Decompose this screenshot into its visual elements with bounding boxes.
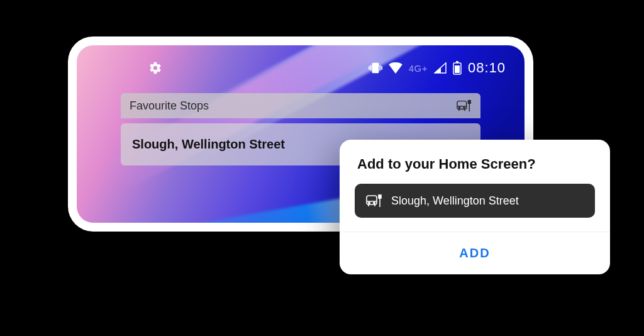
bus-stop-icon: [366, 193, 382, 208]
battery-icon: [453, 61, 462, 75]
svg-rect-10: [468, 101, 470, 104]
svg-point-5: [459, 107, 460, 108]
network-label: 4G+: [409, 63, 428, 74]
dialog-widget-preview: Slough, Wellington Street: [355, 184, 595, 218]
signal-icon: [434, 62, 447, 74]
svg-point-13: [369, 202, 370, 203]
widget-header: Favourite Stops: [121, 93, 480, 118]
svg-point-6: [464, 107, 465, 108]
add-to-home-dialog: Add to your Home Screen? Slough, Welling…: [340, 140, 610, 274]
widget-title: Favourite Stops: [130, 99, 209, 113]
dialog-title: Add to your Home Screen?: [340, 140, 610, 184]
add-button[interactable]: ADD: [340, 232, 610, 274]
svg-rect-2: [456, 61, 458, 63]
clock: 08:10: [468, 60, 506, 76]
stop-name: Slough, Wellington Street: [132, 137, 285, 151]
wifi-icon: [389, 62, 402, 74]
svg-rect-18: [379, 195, 381, 198]
settings-icon[interactable]: [148, 61, 162, 75]
status-bar: 4G+ 08:10: [77, 59, 525, 77]
svg-rect-1: [455, 65, 460, 73]
vibrate-icon: [369, 61, 382, 75]
bus-stop-icon: [457, 99, 472, 113]
svg-point-14: [374, 202, 375, 203]
dialog-chip-label: Slough, Wellington Street: [391, 194, 519, 208]
